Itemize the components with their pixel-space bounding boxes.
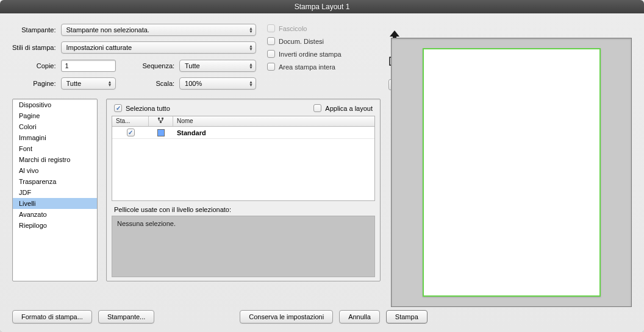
sequence-label: Sequenza:: [142, 62, 174, 69]
sidebar-item[interactable]: Al vivo: [13, 165, 97, 176]
color-swatch: [157, 129, 165, 136]
row-checkbox[interactable]: [127, 129, 135, 136]
sidebar-item[interactable]: Pagine: [13, 110, 97, 121]
svg-rect-6: [158, 118, 160, 119]
sidebar-item[interactable]: Livelli: [13, 198, 97, 209]
select-all-checkbox[interactable]: [114, 104, 122, 112]
scale-select[interactable]: 100%: [179, 77, 256, 90]
table-row[interactable]: Standard: [112, 127, 374, 139]
col-name[interactable]: Nome: [173, 116, 374, 126]
printer-label: Stampante:: [12, 26, 56, 34]
svg-rect-7: [162, 118, 163, 119]
detail-panel: Seleziona tutto Applica a layout Sta... …: [106, 99, 381, 281]
sidebar-item[interactable]: Dispositivo: [13, 99, 97, 110]
fascicolo-checkbox-row: Fascicolo: [267, 24, 377, 32]
area-intera-checkbox[interactable]: [267, 63, 275, 71]
apply-layout-label: Applica a layout: [325, 105, 373, 112]
pellicole-label: Pellicole usate con il livello seleziona…: [112, 201, 375, 216]
sidebar-item[interactable]: Marchi di registro: [13, 154, 97, 165]
layers-table[interactable]: Sta... Nome Standard: [112, 116, 375, 201]
copies-label: Copie:: [12, 62, 56, 69]
fascicolo-label: Fascicolo: [279, 25, 307, 32]
inverti-label: Inverti ordine stampa: [279, 51, 342, 58]
docum-distesi-label: Docum. Distesi: [279, 38, 324, 45]
docum-distesi-checkbox-row: Docum. Distesi: [267, 37, 377, 45]
inverti-checkbox-row: Inverti ordine stampa: [267, 50, 377, 58]
copies-input[interactable]: [61, 60, 116, 72]
sidebar-item[interactable]: Font: [13, 143, 97, 154]
hierarchy-icon: [158, 118, 164, 124]
col-status[interactable]: Sta...: [112, 116, 149, 126]
save-settings-button[interactable]: Conserva le impostazioni: [240, 310, 333, 323]
pellicole-text: Nessuna selezione.: [117, 220, 176, 227]
sidebar-item[interactable]: Immagini: [13, 132, 97, 143]
apply-layout-checkbox[interactable]: [313, 104, 321, 112]
svg-rect-8: [160, 121, 162, 123]
sidebar-item[interactable]: Colori: [13, 121, 97, 132]
sidebar-item[interactable]: Avanzato: [13, 209, 97, 220]
table-header: Sta... Nome: [112, 116, 374, 127]
cancel-button[interactable]: Annulla: [339, 310, 380, 323]
page-setup-button[interactable]: Formato di stampa...: [12, 310, 92, 323]
printer-button[interactable]: Stampante...: [98, 310, 154, 323]
row-name: Standard: [173, 129, 374, 136]
category-sidebar[interactable]: DispositivoPagineColoriImmaginiFontMarch…: [12, 99, 98, 281]
select-all-label: Seleziona tutto: [126, 105, 170, 112]
sequence-select[interactable]: Tutte: [179, 60, 256, 72]
dialog-content: Stampante: Stampante non selezionata. ▲▼…: [0, 13, 644, 332]
detail-top-row: Seleziona tutto Applica a layout: [112, 103, 375, 116]
preview-page: [423, 48, 601, 297]
docum-distesi-checkbox[interactable]: [267, 37, 275, 45]
print-styles-select[interactable]: Impostazioni catturate: [61, 41, 256, 54]
printer-select[interactable]: Stampante non selezionata.: [61, 24, 256, 36]
window-title: Stampa Layout 1: [0, 0, 644, 13]
pages-select[interactable]: Tutte: [61, 77, 116, 90]
sidebar-item[interactable]: JDF: [13, 187, 97, 198]
pages-label: Pagine:: [12, 80, 56, 87]
fascicolo-checkbox[interactable]: [267, 24, 275, 32]
preview-panel: [391, 38, 632, 307]
pellicole-box: Nessuna selezione.: [112, 216, 375, 277]
scale-label: Scala:: [142, 80, 174, 87]
styles-label: Stili di stampa:: [12, 44, 56, 51]
checkbox-column: Fascicolo Docum. Distesi Inverti ordine …: [267, 23, 377, 90]
inverti-checkbox[interactable]: [267, 50, 275, 58]
area-intera-label: Area stampa intera: [279, 63, 335, 71]
col-color[interactable]: [149, 116, 173, 126]
button-row: Formato di stampa... Stampante... Conser…: [12, 310, 428, 323]
sidebar-item[interactable]: Trasparenza: [13, 176, 97, 187]
form-grid: Stampante: Stampante non selezionata. ▲▼…: [12, 23, 256, 90]
print-dialog-window: Stampa Layout 1 Stampante: Stampante non…: [0, 0, 644, 332]
sidebar-item[interactable]: Riepilogo: [13, 220, 97, 231]
print-button[interactable]: Stampa: [386, 310, 428, 323]
area-intera-checkbox-row: Area stampa intera: [267, 63, 377, 71]
